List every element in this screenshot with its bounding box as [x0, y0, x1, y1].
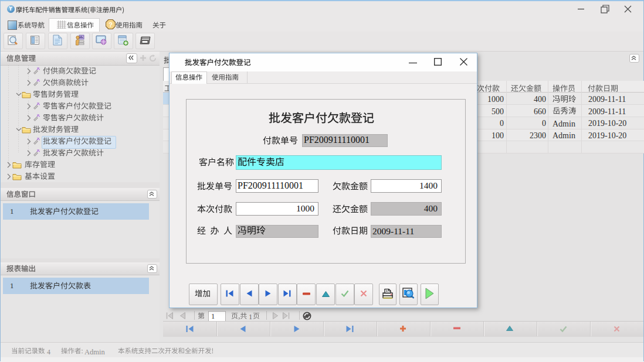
- svg-text:?: ?: [109, 21, 113, 28]
